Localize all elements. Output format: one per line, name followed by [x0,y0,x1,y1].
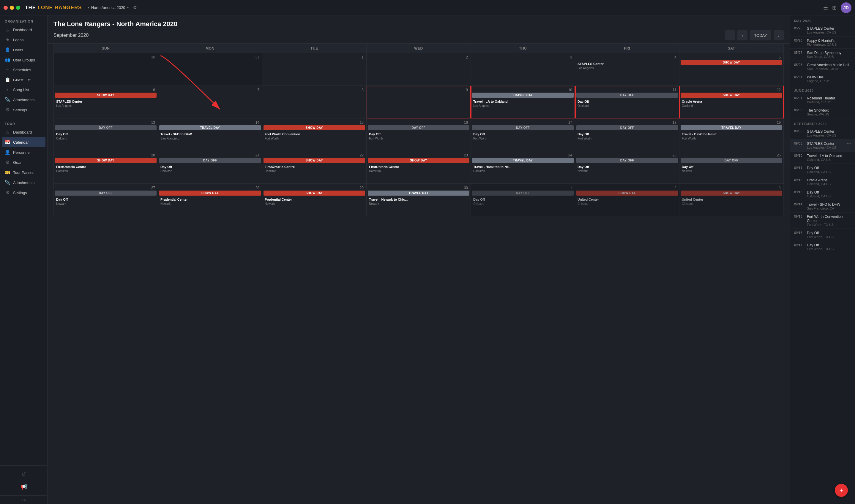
travel-day-badge[interactable]: TRAVEL DAY [159,125,261,130]
cal-cell-sep10[interactable]: 10 TRAVEL DAY Travel - LA to Oakland Los… [471,86,575,119]
day-off-badge[interactable]: DAY OFF [472,191,574,196]
show-day-badge[interactable]: SHOW DAY [263,158,365,163]
sidebar-item-tour-passes[interactable]: 🎫 Tour Passes [0,167,47,178]
sidebar-item-attachments-tour[interactable]: 📎 Attachments [0,178,47,187]
right-item-0527[interactable]: 05/27 San Diego Symphony San Diego, CA U… [790,49,855,61]
cal-cell-sep4[interactable]: 4 STAPLES Center Los Angeles [575,53,679,86]
sidebar-item-user-groups[interactable]: 👥 User Groups [0,55,47,65]
right-item-0917[interactable]: 09/17 Day Off Fort Worth, TX US [790,241,855,253]
cal-cell-sep11[interactable]: 11 DAY OFF Day Off Oakland [575,86,679,119]
maximize-button[interactable] [16,6,20,10]
day-off-badge[interactable]: DAY OFF [576,158,678,163]
day-off-badge[interactable]: DAY OFF [55,191,157,196]
cal-cell-sep3[interactable]: 3 [471,53,575,86]
avatar[interactable]: JD [841,2,852,13]
cal-cell-sep26[interactable]: 26 DAY OFF Day Off Newark [679,151,784,184]
cal-cell-sep13[interactable]: 13 DAY OFF Day Off Oakland [54,119,158,151]
travel-day-badge[interactable]: TRAVEL DAY [681,125,782,130]
add-event-fab[interactable]: + [835,484,848,497]
sidebar-item-tour-dashboard[interactable]: ⌂ Dashboard [0,127,47,137]
sidebar-item-gear[interactable]: ⚙ Gear [0,157,47,167]
sidebar-collapse-btn[interactable]: « » [0,496,47,504]
sidebar-item-logos[interactable]: ★ Logos [0,35,47,45]
show-day-badge[interactable]: SHOW DAY [681,93,782,98]
cal-cell-sep28[interactable]: 28 SHOW DAY Prudential Center Newark [158,184,262,216]
sidebar-item-attachments-org[interactable]: 📎 Attachments [0,95,47,105]
show-day-badge[interactable]: SHOW DAY [368,158,469,163]
right-item-0910[interactable]: 09/10 Travel - LA to Oakland Oakland, CA… [790,152,855,164]
cal-cell-sep19[interactable]: 19 TRAVEL DAY Travel - DFW to Hamilt... … [679,119,784,151]
list-view-icon[interactable]: ☰ [823,4,828,11]
cal-cell-sep12[interactable]: 12 SHOW DAY Oracle Arena Oakland [679,86,784,119]
right-item-0531[interactable]: 05/31 WOW Hall Eugene, OR US [790,73,855,85]
today-button[interactable]: TODAY [750,30,771,40]
day-off-badge[interactable]: DAY OFF [576,93,678,98]
travel-day-badge[interactable]: TRAVEL DAY [472,93,574,98]
cal-cell-oct3[interactable]: 3 SHOW DAY United Center Chicago [679,184,784,216]
cal-cell-oct2[interactable]: 2 SHOW DAY United Center Chicago [575,184,679,216]
travel-day-badge[interactable]: TRAVEL DAY [472,158,574,163]
cal-cell-sep7[interactable]: 7 [158,86,262,119]
show-day-badge[interactable]: SHOW DAY [681,191,782,196]
cal-cell-sep27[interactable]: 27 DAY OFF Day Off Newark [54,184,158,216]
cal-cell-sep29[interactable]: 29 SHOW DAY Prudential Center Newark [262,184,367,216]
cal-cell-sep14[interactable]: 14 TRAVEL DAY Travel - SFO to DFW San Fr… [158,119,262,151]
right-item-0526[interactable]: 05/26 Pappy & Harriet's Pioneertown, CA … [790,36,855,49]
right-item-0914[interactable]: 09/14 Travel - SFO to DFW San Francisco,… [790,200,855,213]
cal-cell-sep22[interactable]: 22 SHOW DAY FirstOntario Centre Hamilton [262,151,367,184]
sync-icon[interactable]: ↺ [0,468,47,481]
cal-cell-oct1[interactable]: 1 DAY OFF Day Off Chicago [471,184,575,216]
tour-settings-icon[interactable]: ⚙ [133,5,137,11]
right-item-0911[interactable]: 09/11 Day Off Oakland, CA US [790,164,855,176]
sidebar-item-song-list[interactable]: ♪ Song List [0,85,47,95]
cal-cell-sep1[interactable]: 1 [262,53,367,86]
day-off-badge[interactable]: DAY OFF [576,125,678,130]
prev-month-button[interactable]: ‹ [737,30,748,40]
right-item-0916[interactable]: 09/16 Day Off Fort Worth, TX US [790,229,855,241]
minimize-button[interactable] [10,6,14,10]
right-item-0603[interactable]: 06/03 The Showbox Seattle, WA US [790,106,855,119]
travel-day-badge[interactable]: TRAVEL DAY [368,191,469,196]
sidebar-item-calendar[interactable]: 📅 Calendar [2,137,46,147]
sidebar-item-users[interactable]: 👤 Users [0,45,47,55]
cal-cell-sep18[interactable]: 18 DAY OFF Day Off Fort Worth [575,119,679,151]
show-day-badge[interactable]: SHOW DAY [263,125,365,130]
sidebar-item-dashboard-org[interactable]: ⌂ Dashboard [0,25,47,35]
more-options-icon[interactable]: ••• [847,142,851,146]
cal-cell-sep8[interactable]: 8 [262,86,367,119]
cal-cell-sep9[interactable]: 9 [367,86,471,119]
next-month-button[interactable]: › [773,30,784,40]
sidebar-item-schedules[interactable]: ≡ Schedules [0,65,47,75]
megaphone-icon[interactable]: 📢 [0,481,47,493]
day-off-badge[interactable]: DAY OFF [55,125,157,130]
day-off-badge[interactable]: DAY OFF [368,125,469,130]
cal-cell-31-aug[interactable]: 31 [158,53,262,86]
sidebar-item-guest-list[interactable]: 📋 Guest List [0,75,47,85]
tour-selector[interactable]: ▾ North America 2020 ▾ ⚙ [88,5,137,11]
show-day-badge[interactable]: SHOW DAY [263,191,365,196]
right-item-0525[interactable]: 05/25 STAPLES Center Los Angeles, CA US [790,24,855,36]
cal-cell-sep24[interactable]: 24 TRAVEL DAY Travel - Hamilton to Ne...… [471,151,575,184]
show-day-badge[interactable]: SHOW DAY [55,93,157,98]
cal-cell-sep30[interactable]: 30 TRAVEL DAY Travel - Newark to Chic...… [367,184,471,216]
right-item-0528[interactable]: 05/28 Great American Music Hall San Fran… [790,61,855,73]
show-day-badge[interactable]: SHOW DAY [681,60,782,65]
share-button[interactable]: ↑ [725,30,735,40]
day-off-badge[interactable]: DAY OFF [472,125,574,130]
right-item-0912[interactable]: 09/12 Oracle Arena Oakland, CA US [790,176,855,188]
show-day-badge[interactable]: SHOW DAY [159,191,261,196]
cal-cell-30-aug[interactable]: 30 [54,53,158,86]
cal-cell-sep21[interactable]: 21 DAY OFF Day Off Hamilton [158,151,262,184]
sidebar-item-settings-org[interactable]: ⚙ Settings [0,105,47,115]
cal-cell-sep25[interactable]: 25 DAY OFF Day Off Newark [575,151,679,184]
right-item-0905[interactable]: 09/05 STAPLES Center Los Angeles, CA US [790,127,855,140]
right-item-0906[interactable]: 09/06 STAPLES Center Los Angeles, CA US … [790,140,855,152]
grid-view-icon[interactable]: ⊞ [832,4,837,11]
cal-cell-sep20[interactable]: 20 SHOW DAY FirstOntario Centre Hamilton [54,151,158,184]
cal-cell-sep17[interactable]: 17 DAY OFF Day Off Fort Worth [471,119,575,151]
cal-cell-sep6[interactable]: 6 SHOW DAY STAPLES Center Los Angeles [54,86,158,119]
cal-cell-sep23[interactable]: 23 SHOW DAY FirstOntario Centre Hamilton [367,151,471,184]
cal-cell-sep15[interactable]: 15 SHOW DAY Fort Worth Convention... For… [262,119,367,151]
sidebar-item-settings-tour[interactable]: ⚙ Settings [0,187,47,198]
right-item-0915[interactable]: 09/15 Fort Worth Convention Center Fort … [790,213,855,229]
